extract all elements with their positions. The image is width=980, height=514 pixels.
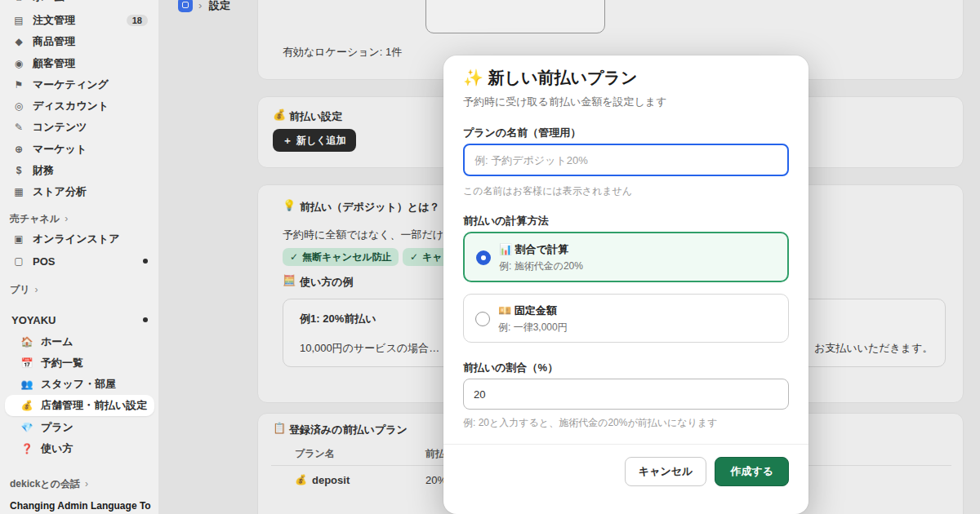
section-sales-channels[interactable]: 売チャネル › (10, 210, 68, 228)
option-percentage-title: 📊 割合で計算 (499, 242, 568, 257)
sidebar-item-label: ホーム (41, 335, 74, 349)
banknote-icon: 💴 (498, 304, 511, 317)
sidebar-item-howto[interactable]: ❓ 使い方 (5, 438, 154, 459)
sidebar-item-finance[interactable]: $ 財務 (5, 160, 154, 181)
sidebar-item-label: 店舗管理・前払い設定 (41, 398, 147, 413)
percent-input[interactable] (463, 379, 789, 410)
markets-icon: ⊕ (11, 144, 26, 155)
option-title-text: 割合で計算 (515, 243, 568, 255)
notification-dot (143, 317, 148, 322)
discount-icon: ◎ (11, 100, 26, 112)
option-fixed-desc: 例: 一律3,000円 (498, 321, 568, 335)
sidebar-item-label: POS (33, 255, 55, 268)
create-button[interactable]: 作成する (715, 457, 789, 486)
add-plan-label: 新しく追加 (296, 134, 346, 148)
clipboard-icon: 📋 (273, 422, 286, 434)
plan-name-input[interactable] (463, 144, 789, 176)
analytics-icon: ▦ (11, 186, 26, 197)
option-title-text: 固定金額 (514, 304, 557, 317)
sidebar-item-marketing[interactable]: ⚑ マーケティング (5, 74, 154, 95)
sidebar-item-discounts[interactable]: ◎ ディスカウント (5, 95, 154, 117)
chevron-right-icon: › (65, 213, 68, 224)
location-input[interactable] (425, 0, 605, 33)
section-label: 売チャネル (10, 212, 60, 226)
sidebar-item-customers[interactable]: ◉ 顧客管理 (5, 53, 154, 74)
sidebar-item-label: 財務 (33, 163, 54, 178)
sidebar-item-store-prepay-settings[interactable]: 💰 店舗管理・前払い設定 (5, 395, 154, 416)
products-icon: ◆ (11, 36, 26, 47)
option-percentage[interactable]: 📊 割合で計算 例: 施術代金の20% (463, 232, 789, 282)
sidebar-item-label: マーケティング (33, 78, 109, 92)
sidebar-item-label: コンテンツ (33, 120, 87, 135)
chevron-right-icon: › (85, 478, 88, 490)
cancel-button[interactable]: キャンセル (625, 457, 707, 486)
sidebar-item-label: 注文管理 (33, 13, 75, 28)
house-icon: 🏠 (20, 336, 34, 348)
usage-title: 使い方の例 (300, 275, 354, 290)
app-icon-glyph (182, 2, 189, 8)
gem-icon: 💎 (20, 422, 34, 433)
plus-icon: ＋ (283, 134, 292, 148)
sidebar-item-home[interactable]: ⌂ ホーム (5, 0, 154, 8)
sidebar-item-orders[interactable]: ▤ 注文管理 18 (5, 10, 154, 31)
sidebar: ⌂ ホーム ▤ 注文管理 18 ◆ 商品管理 ◉ 顧客管理 ⚑ マーケティング … (0, 0, 159, 514)
percent-label: 前払いの割合（%） (463, 361, 558, 375)
section-label: dekickとの会話 (10, 477, 80, 491)
sidebar-item-label: ディスカウント (33, 99, 109, 113)
add-plan-button[interactable]: ＋ 新しく追加 (273, 129, 356, 152)
marketing-icon: ⚑ (11, 79, 26, 91)
lightbulb-icon: 💡 (283, 199, 296, 211)
sidebar-item-staff-rooms[interactable]: 👥 スタッフ・部屋 (5, 374, 154, 395)
check-icon: ✓ (410, 251, 418, 263)
badge-no-cancel: ✓ 無断キャンセル防止 (283, 248, 399, 266)
orders-icon: ▤ (11, 15, 26, 26)
prepay-settings-title: 前払い設定 (289, 109, 342, 124)
sidebar-item-online-store[interactable]: ▣ オンラインストア (5, 228, 154, 250)
money-icon: 💰 (295, 474, 307, 485)
sidebar-item-reservations[interactable]: 📅 予約一覧 (5, 352, 154, 374)
sidebar-item-pos[interactable]: ▢ POS (5, 250, 154, 272)
sidebar-item-markets[interactable]: ⊕ マーケット (5, 139, 154, 160)
modal-actions: キャンセル 作成する (463, 457, 789, 486)
sidebar-item-label: 使い方 (41, 441, 73, 456)
check-icon: ✓ (290, 251, 298, 263)
radio-unselected-icon[interactable] (475, 312, 490, 326)
option-fixed-title: 💴 固定金額 (498, 304, 557, 318)
sidebar-item-label: マーケット (33, 142, 87, 157)
section-apps[interactable]: プリ › (10, 281, 38, 299)
notification-dot (143, 259, 148, 264)
deposit-info-desc: 予約時に全額ではなく、一部だけ先 (283, 228, 454, 242)
modal-subtitle: 予約時に受け取る前払い金額を設定します (463, 95, 666, 109)
breadcrumb-page[interactable]: 設定 (209, 0, 230, 13)
radio-selected-icon[interactable] (476, 250, 491, 265)
app-icon[interactable] (178, 0, 193, 12)
sidebar-item-dekick-chat[interactable]: dekickとの会話 › (10, 475, 88, 493)
sidebar-item-yoyaku[interactable]: YOYAKU (5, 309, 154, 330)
option-fixed-amount[interactable]: 💴 固定金額 例: 一律3,000円 (463, 294, 789, 343)
admin-screen: › 設定 有効なロケーション: 1件 💰 前払い設定 ＋ 新しく追加 💡 前払い… (0, 0, 980, 514)
plan-name-help: この名前はお客様には表示されません (463, 184, 632, 198)
sidebar-item-plans[interactable]: 💎 プラン (5, 417, 154, 438)
bar-chart-icon: 📊 (499, 243, 512, 255)
sidebar-item-label: ストア分析 (33, 184, 87, 199)
calendar-icon: 📅 (20, 357, 34, 369)
sidebar-item-label: ホーム (33, 0, 65, 5)
sidebar-item-label: プラン (41, 420, 74, 435)
home-icon: ⌂ (11, 0, 26, 3)
plan-name-label: プランの名前（管理用） (463, 126, 581, 140)
sidebar-item-yoyaku-home[interactable]: 🏠 ホーム (5, 331, 154, 352)
people-icon: 👥 (20, 379, 34, 390)
content-icon: ✎ (11, 122, 26, 133)
example-text-right: お支払いいただきます。 (814, 341, 933, 356)
sidebar-item-content[interactable]: ✎ コンテンツ (5, 117, 154, 138)
sidebar-item-language-note[interactable]: Changing Admin Language To (10, 497, 151, 514)
new-prepay-plan-modal: ✨ 新しい前払いプラン 予約時に受け取る前払い金額を設定します プランの名前（管… (443, 55, 808, 514)
modal-title: ✨ 新しい前払いプラン (463, 67, 637, 89)
question-icon: ❓ (20, 443, 34, 454)
sidebar-item-products[interactable]: ◆ 商品管理 (5, 31, 154, 52)
example-title: 例1: 20%前払い (300, 312, 376, 326)
sidebar-item-analytics[interactable]: ▦ ストア分析 (5, 181, 154, 202)
online-store-icon: ▣ (11, 233, 26, 245)
sidebar-item-label: 予約一覧 (41, 356, 83, 370)
option-percentage-desc: 例: 施術代金の20% (499, 259, 583, 273)
